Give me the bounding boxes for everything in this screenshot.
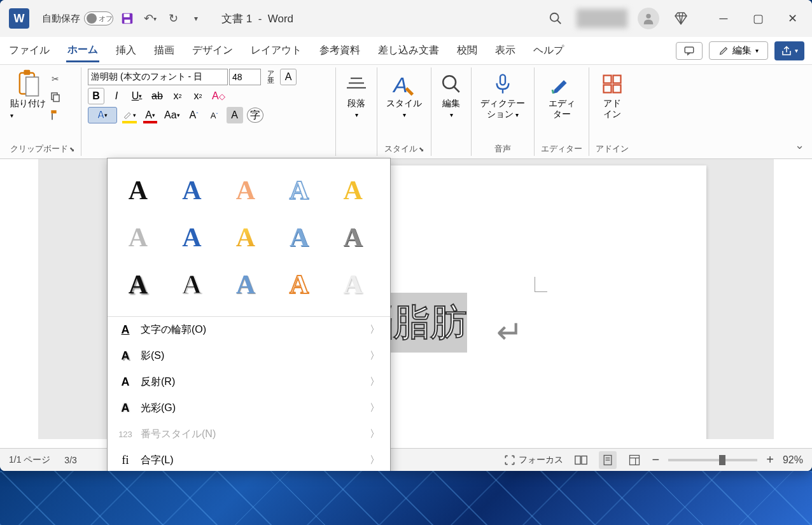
tab-draw[interactable]: 描画 (153, 40, 176, 61)
search-icon[interactable] (549, 11, 563, 25)
redo-button[interactable]: ↻ (164, 10, 182, 27)
change-case-button[interactable]: Aa ▾ (162, 107, 182, 123)
preset-gray-reflect[interactable]: A (120, 220, 156, 255)
addins-label[interactable]: アドイン (603, 98, 621, 120)
copy-icon[interactable] (47, 89, 64, 104)
tab-design[interactable]: デザイン (191, 40, 234, 61)
comments-button[interactable] (676, 42, 703, 60)
microphone-icon[interactable] (493, 71, 513, 97)
print-layout-icon[interactable] (599, 451, 617, 469)
preset-gold-gradient[interactable]: A (228, 220, 263, 255)
undo-button[interactable]: ↶ ▾ (141, 10, 159, 27)
editor-label[interactable]: エディター (549, 98, 575, 120)
menu-text-outline[interactable]: A 文字の輪郭(O) 〉 (108, 317, 390, 343)
styles-label[interactable]: スタイル▾ (386, 98, 422, 120)
share-button[interactable]: ▾ (774, 41, 804, 60)
preset-black-shadow[interactable]: A (120, 267, 156, 302)
tab-layout[interactable]: レイアウト (249, 40, 303, 61)
addins-icon[interactable] (601, 71, 624, 97)
editing-label[interactable]: 編集▾ (442, 98, 460, 120)
tab-mailings[interactable]: 差し込み文書 (377, 40, 440, 61)
paragraph-label[interactable]: 段落▾ (347, 98, 365, 120)
qat-customize[interactable]: ▾ (187, 10, 205, 27)
underline-button[interactable]: U ▾ (129, 88, 145, 104)
save-button[interactable] (118, 10, 136, 27)
tab-references[interactable]: 参考資料 (318, 40, 361, 61)
preset-gray-3d[interactable]: A (335, 220, 371, 255)
tab-review[interactable]: 校閲 (456, 40, 479, 61)
italic-button[interactable]: I (108, 88, 125, 104)
svg-line-17 (454, 87, 459, 92)
editing-mode-button[interactable]: 編集 ▾ (709, 41, 768, 60)
account-name-blurred[interactable] (577, 9, 627, 28)
zoom-out-button[interactable]: − (652, 452, 660, 467)
preset-outline-blue[interactable]: A (281, 172, 317, 208)
text-effects-button[interactable]: A ▾ (88, 107, 117, 123)
minimize-button[interactable]: ─ (709, 4, 738, 33)
grow-font-button[interactable]: Aˆ (186, 107, 202, 123)
dictation-label[interactable]: ディクテーション ▾ (480, 98, 525, 120)
cut-icon[interactable]: ✂ (47, 71, 64, 87)
tab-insert[interactable]: 挿入 (115, 40, 137, 61)
page-count[interactable]: 1/1 ページ (9, 454, 50, 466)
user-avatar[interactable] (638, 8, 659, 29)
web-layout-icon[interactable] (626, 451, 643, 469)
preset-orange-outline[interactable]: A (281, 267, 317, 302)
strikethrough-button[interactable]: ab (149, 88, 165, 104)
focus-mode-button[interactable]: フォーカス (503, 451, 563, 469)
preset-blue-outline-shadow[interactable]: A (228, 267, 263, 302)
bold-button[interactable]: B (88, 88, 104, 104)
paste-icon[interactable] (15, 69, 41, 98)
preset-fill-yellow[interactable]: A (335, 172, 371, 208)
zoom-level[interactable]: 92% (783, 454, 803, 466)
voice-group-label: 音声 (478, 142, 528, 155)
preset-fill-blue[interactable]: A (174, 172, 209, 208)
preset-blue-reflect[interactable]: A (174, 220, 209, 255)
tab-view[interactable]: 表示 (494, 40, 517, 61)
character-shading-button[interactable]: A (227, 107, 243, 123)
zoom-slider[interactable] (668, 459, 757, 461)
preset-fill-orange[interactable]: A (228, 172, 263, 208)
styles-icon[interactable]: A (391, 71, 417, 97)
format-painter-icon[interactable] (47, 107, 64, 122)
editing-icon[interactable] (440, 71, 462, 97)
zoom-in-button[interactable]: + (766, 452, 774, 467)
preset-black-outlined[interactable]: A (174, 267, 209, 302)
word-window: W 自動保存 オフ ↶ ▾ ↻ ▾ 文書 1 - Word ─ ▢ (0, 0, 812, 471)
menu-reflection[interactable]: A 反射(R) 〉 (108, 369, 390, 395)
paragraph-icon[interactable] (345, 71, 368, 97)
read-mode-icon[interactable] (572, 451, 590, 469)
maximize-button[interactable]: ▢ (743, 4, 773, 33)
autosave-toggle[interactable]: 自動保存 オフ (42, 11, 113, 25)
clear-formatting-button[interactable]: A◇ (210, 88, 227, 104)
menu-ligatures[interactable]: fi 合字(L) 〉 (108, 447, 390, 471)
character-border-icon[interactable]: A (280, 69, 297, 85)
paste-label[interactable]: 貼り付け▾ (10, 98, 46, 120)
subscript-button[interactable]: x2 (169, 88, 186, 104)
svg-rect-11 (53, 95, 59, 102)
superscript-button[interactable]: x2 (190, 88, 206, 104)
preset-white-shadow[interactable]: A (335, 267, 371, 302)
enclose-characters-button[interactable]: 字 (247, 108, 263, 123)
highlight-color-button[interactable]: ▾ (121, 107, 138, 123)
menu-glow[interactable]: A 光彩(G) 〉 (108, 395, 390, 421)
shrink-font-button[interactable]: Aˇ (206, 107, 223, 123)
editor-icon[interactable] (550, 71, 573, 97)
toggle-switch[interactable]: オフ (84, 11, 113, 25)
ligatures-icon: fi (118, 454, 133, 467)
ribbon-collapse-icon[interactable]: ⌄ (795, 138, 804, 152)
phonetic-guide-icon[interactable]: ア亜 (262, 69, 279, 85)
tab-help[interactable]: ヘルプ (532, 40, 565, 61)
close-button[interactable]: ✕ (778, 4, 807, 33)
tab-home[interactable]: ホーム (66, 39, 99, 62)
tab-file[interactable]: ファイル (8, 40, 51, 61)
menu-shadow[interactable]: A 影(S) 〉 (108, 343, 390, 369)
preset-fill-black[interactable]: A (120, 172, 156, 208)
premium-icon[interactable] (673, 11, 689, 26)
font-size-input[interactable] (229, 69, 261, 85)
font-name-input[interactable] (88, 69, 228, 85)
preset-blue-3d[interactable]: A (281, 220, 317, 255)
word-count[interactable]: 3/3 (64, 455, 76, 465)
document-title[interactable]: 文書 1 - Word (221, 11, 293, 26)
font-color-button[interactable]: A ▾ (142, 107, 158, 123)
